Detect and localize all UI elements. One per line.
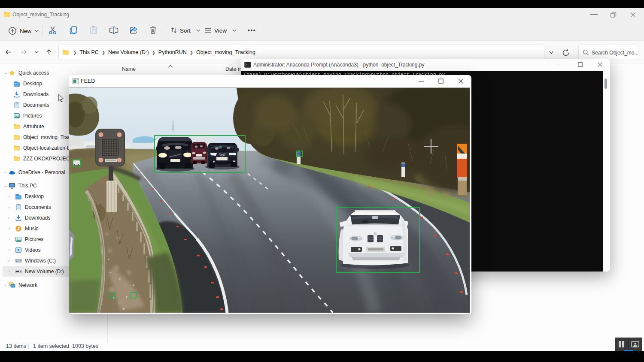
svg-text:Sort: Sort bbox=[180, 27, 191, 34]
svg-text:New: New bbox=[20, 28, 31, 34]
svg-text:View: View bbox=[214, 27, 227, 34]
